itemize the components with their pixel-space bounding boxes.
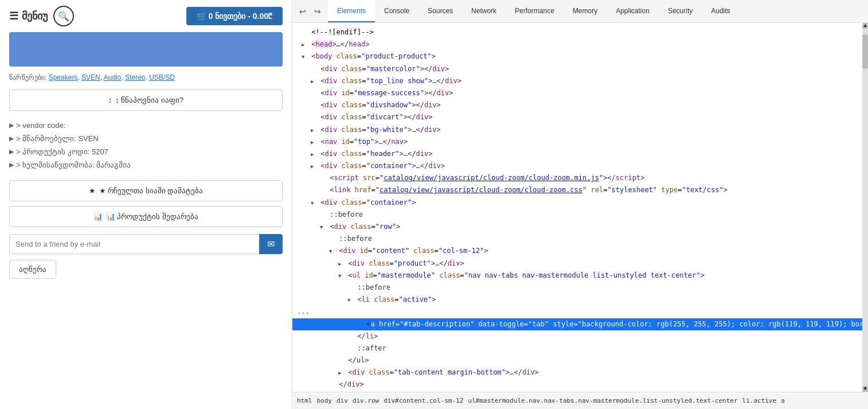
dom-line[interactable]: <ul id="mastermodule" class="nav nav-tab… [292, 270, 862, 282]
compare-button[interactable]: 📊 📊 პროდუქტის შედარება [9, 206, 283, 227]
scroll-up-button[interactable]: ▲ [862, 23, 868, 29]
dom-line[interactable]: <div class="top_line show">…</div> [292, 75, 862, 87]
dom-line[interactable]: <div class="product">…</div> [292, 258, 862, 270]
breadcrumb-item[interactable]: body [317, 397, 333, 404]
devtools-icons: ↩ ↪ [292, 0, 328, 22]
expand-ellipsis[interactable]: ... [297, 307, 310, 315]
dom-line[interactable]: ... [292, 306, 862, 318]
search-icon: 🔍 [58, 11, 69, 22]
dom-line[interactable]: <div class="container"> [292, 197, 862, 209]
dom-line[interactable]: <div class="row"> [292, 221, 862, 233]
dom-line[interactable]: <div class="header">…</div> [292, 148, 862, 160]
tab-security[interactable]: Security [659, 0, 702, 22]
dom-line[interactable]: <link href="catalog/view/javascript/clou… [292, 184, 862, 196]
dom-line[interactable]: ::before [292, 233, 862, 245]
dom-line[interactable]: <div class="divshadow"></div> [292, 99, 862, 111]
dom-line[interactable]: <nav id="top">…</nav> [292, 136, 862, 148]
breadcrumb-item[interactable]: ul#mastermodule.nav.nav-tabs.nav-masterm… [468, 397, 737, 404]
email-row: ✉ [9, 234, 283, 254]
cart-button[interactable]: 🛒 0 ნივთები - 0.00₾ [186, 7, 283, 25]
dom-line[interactable]: <head>…</head> [292, 38, 862, 50]
breadcrumb-item[interactable]: div.row [353, 397, 379, 404]
expand-triangle[interactable] [311, 124, 316, 135]
devtools-forward-icon[interactable]: ↪ [312, 6, 323, 17]
dom-line[interactable]: <div class="mastercolor"></div> [292, 63, 862, 75]
chevron-right-icon: ▶ [9, 135, 14, 142]
purchase-button[interactable]: აღწერა [9, 260, 56, 279]
collapse-triangle[interactable] [347, 294, 353, 305]
dom-line[interactable]: <li class="active"> [292, 294, 862, 306]
tab-performance[interactable]: Performance [506, 0, 564, 22]
scroll-track[interactable] [862, 29, 868, 386]
dom-line[interactable]: ::before [292, 282, 862, 294]
tab-network[interactable]: Network [462, 0, 506, 22]
expand-triangle[interactable] [338, 258, 344, 269]
email-send-button[interactable]: ✉ [259, 234, 283, 254]
dom-line[interactable]: ::after [292, 342, 862, 355]
ref-link-audio[interactable]: Audio [104, 73, 122, 81]
expand-triangle[interactable] [302, 39, 307, 50]
wishlist-button[interactable]: ★ ★ რჩეულთა სიაში დამატება [9, 180, 283, 201]
dom-line[interactable]: <a href="#tab-description" data-toggle="… [292, 318, 862, 330]
availability-item[interactable]: ▶ > ხელმისაწვდომობა: მარაგშია [9, 158, 283, 172]
breadcrumb-item[interactable]: li.active [742, 397, 777, 404]
collapse-triangle[interactable] [302, 51, 307, 62]
dom-line[interactable]: ::before [292, 209, 862, 221]
dom-line[interactable]: <div class="divcart"></div> [292, 111, 862, 123]
scroll-down-button[interactable]: ▼ [862, 386, 868, 392]
dom-line[interactable]: <div id="content" class="col-sm-12"> [292, 245, 862, 257]
email-input[interactable] [9, 234, 259, 254]
ref-link-sven[interactable]: SVEN [81, 73, 100, 81]
manufacturer-item[interactable]: ▶ > მწარმოებელი: SVEN [9, 132, 283, 145]
tab-application[interactable]: Application [607, 0, 659, 22]
product-code-item[interactable]: ▶ > პროდუქტის კოდი: 5207 [9, 145, 283, 158]
expand-triangle[interactable] [311, 161, 316, 172]
tab-elements[interactable]: Elements [328, 0, 375, 22]
breadcrumb-item[interactable]: a [781, 397, 785, 404]
ref-link-stereo[interactable]: Stereo [125, 73, 145, 81]
chevron-right-icon: ▶ [9, 148, 14, 155]
scroll-thumb[interactable] [862, 34, 868, 69]
dom-tree-outer: <!--![endif]--> <head>…</head> <body cla… [292, 23, 868, 392]
ref-link-speakers[interactable]: Speakers [49, 73, 78, 81]
ref-link-usbsd[interactable]: USB/SD [149, 73, 175, 81]
dom-line[interactable]: <!--![endif]--> [292, 26, 862, 38]
dom-line[interactable]: <div id="message-success"></div> [292, 87, 862, 99]
compare-label: 📊 პროდუქტის შედარება [106, 212, 198, 221]
menu-button[interactable]: ☰ მენიუ [9, 10, 48, 22]
breadcrumb-item[interactable]: div [337, 397, 348, 404]
dom-line[interactable]: <script src="catalog/view/javascript/clo… [292, 172, 862, 184]
dom-line[interactable]: <div class="tab-content margin-bottom">…… [292, 367, 862, 379]
vendor-code-label: > vendor code: [16, 121, 65, 130]
expand-triangle[interactable] [311, 137, 316, 147]
vendor-code-item[interactable]: ▶ > vendor code: [9, 119, 283, 132]
search-button[interactable]: 🔍 [53, 6, 74, 26]
wishlist-label: ★ რჩეულთა სიაში დამატება [99, 186, 204, 195]
expand-triangle[interactable] [338, 367, 344, 378]
tab-sources[interactable]: Sources [419, 0, 462, 22]
expand-triangle[interactable] [311, 76, 316, 87]
dom-line[interactable]: </li> [292, 330, 862, 342]
breadcrumb-item[interactable]: html [297, 397, 312, 404]
purchase-label: აღწერა [19, 265, 46, 274]
breadcrumb-item[interactable]: div#content.col-sm-12 [384, 397, 463, 404]
collapse-triangle[interactable] [320, 221, 326, 232]
collapse-triangle[interactable] [338, 270, 344, 281]
filter-button[interactable]: ↕ ↕ წნაპოვნია იაფი? [9, 89, 283, 111]
tab-audits[interactable]: Audits [702, 0, 739, 22]
collapse-triangle[interactable] [329, 246, 335, 256]
devtools-back-icon[interactable]: ↩ [297, 6, 308, 17]
collapse-triangle[interactable] [311, 197, 316, 208]
dom-scrollbar[interactable]: ▲ ▼ [862, 23, 868, 392]
dom-tree[interactable]: <!--![endif]--> <head>…</head> <body cla… [292, 23, 862, 392]
chevron-right-icon: ▶ [9, 161, 14, 169]
left-panel: ☰ მენიუ 🔍 🛒 0 ნივთები - 0.00₾ წარწერები:… [0, 0, 292, 409]
dom-line[interactable]: <body class="product-product"> [292, 50, 862, 63]
tab-memory[interactable]: Memory [564, 0, 607, 22]
dom-line[interactable]: </div> [292, 379, 862, 391]
expand-triangle[interactable] [311, 149, 316, 159]
dom-line[interactable]: <div class="bg-white">…</div> [292, 124, 862, 136]
tab-console[interactable]: Console [375, 0, 419, 22]
dom-line[interactable]: <div class="container">…</div> [292, 160, 862, 172]
dom-line[interactable]: </ul> [292, 355, 862, 367]
